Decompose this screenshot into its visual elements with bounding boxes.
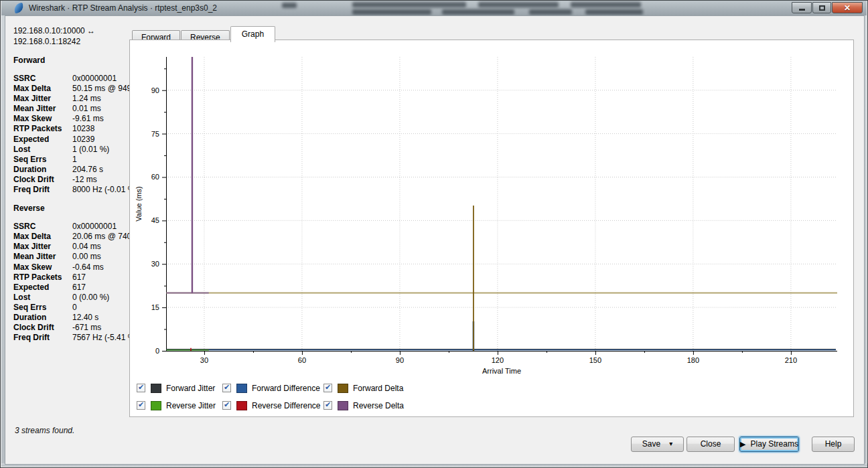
legend-color-swatch [151,384,161,393]
stat-label: Max Jitter [13,94,72,104]
stat-row: SSRC0x00000001 [13,222,131,232]
stat-value: 7567 Hz (-5.41 %) [72,333,137,343]
stat-value: 1.24 ms [72,94,101,104]
rtp-stream-analysis-window: Wireshark · RTP Stream Analysis · rtptes… [0,0,868,468]
legend-checkbox[interactable] [137,401,145,410]
svg-text:90: 90 [396,356,404,364]
legend-label: Forward Jitter [166,384,215,393]
rtp-graph[interactable]: 0153045607590306090120150180210Value (ms… [130,40,853,416]
stat-value: 0.04 ms [72,242,101,252]
background-window-artifact [585,9,643,15]
stat-row: Seq Errs0 [13,303,131,313]
maximize-icon [819,5,825,11]
svg-text:90: 90 [151,86,159,94]
legend-checkbox[interactable] [323,401,332,410]
stat-value: 0x00000001 [72,222,117,232]
stat-label: Max Jitter [13,242,72,252]
play-streams-label: Play Streams [751,439,798,449]
stat-label: Clock Drift [13,175,72,185]
stat-label: Max Skew [13,262,72,272]
stat-label: RTP Packets [13,272,72,283]
stat-row: Seq Errs1 [13,155,131,165]
svg-text:30: 30 [200,356,208,364]
stat-value: 10239 [72,135,94,145]
stream-pair-source: 192.168.0.10:10000 ↔ [13,25,131,36]
stat-label: Expected [13,283,72,293]
legend-label: Reverse Delta [353,401,404,410]
stat-row: SSRC0x00000001 [13,74,131,84]
minimize-icon [799,9,805,11]
svg-text:150: 150 [589,356,601,364]
maximize-button[interactable] [812,2,831,13]
stat-row: Max Skew-9.61 ms [13,114,131,124]
stat-label: SSRC [13,74,72,84]
graph-panel: 0153045607590306090120150180210Value (ms… [129,40,854,417]
stat-value: 617 [72,283,86,293]
stat-row: Clock Drift-671 ms [13,323,131,333]
stat-value: -9.61 ms [72,114,104,124]
legend-checkbox[interactable] [323,384,332,392]
stat-row: Freq Drift7567 Hz (-5.41 %) [13,333,131,343]
svg-text:15: 15 [151,303,159,311]
stat-value: -12 ms [72,175,97,185]
background-window-artifact [282,3,297,8]
stat-row: Max Delta20.06 ms @ 740 [13,232,131,242]
stat-label: Duration [13,165,72,175]
dialog-client-area: 192.168.0.10:10000 ↔ 192.168.0.1:18242 F… [5,15,865,465]
stat-row: RTP Packets617 [13,272,131,283]
stream-statistics-sidebar: 192.168.0.10:10000 ↔ 192.168.0.1:18242 F… [13,25,131,343]
stat-value: 0 [72,303,77,313]
legend-checkbox[interactable] [137,384,145,392]
stat-row: Lost1 (0.01 %) [13,145,131,155]
sidebar-sections: ForwardSSRC0x00000001Max Delta50.15 ms @… [13,56,131,343]
stat-value: 1 (0.01 %) [72,145,109,155]
legend-label: Forward Delta [353,384,403,393]
close-window-button[interactable] [832,2,863,13]
help-button-label: Help [825,439,842,449]
tab-bar: ForwardReverseGraph [132,26,276,40]
legend-label: Forward Difference [252,384,320,393]
svg-text:60: 60 [298,356,306,364]
stat-label: Freq Drift [13,185,72,195]
legend-label: Reverse Difference [252,401,321,410]
title-bar[interactable]: Wireshark · RTP Stream Analysis · rtptes… [1,1,867,15]
save-button[interactable]: Save [631,437,684,452]
legend-color-swatch [151,401,161,410]
svg-text:0: 0 [155,347,159,355]
stat-label: SSRC [13,222,72,232]
stat-value: -671 ms [72,323,101,333]
stat-label: Duration [13,313,72,323]
stat-row: Freq Drift8000 Hz (-0.01 %) [13,185,131,195]
stat-row: Max Jitter1.24 ms [13,94,131,104]
stream-pair-destination: 192.168.0.1:18242 [13,36,131,47]
close-button[interactable]: Close [686,437,735,452]
background-window-artifact [352,9,431,15]
stat-value: 1 [72,155,77,165]
streams-found-status: 3 streams found. [15,426,74,435]
wireshark-icon [13,3,25,14]
svg-text:30: 30 [151,260,159,268]
play-streams-button[interactable]: Play Streams [739,437,799,452]
stat-value: -0.64 ms [72,262,104,272]
legend-checkbox[interactable] [222,384,231,392]
legend-label: Reverse Jitter [166,401,216,410]
svg-text:Arrival Time: Arrival Time [482,367,521,375]
sidebar-section-heading: Forward [13,56,131,65]
svg-text:210: 210 [785,356,797,364]
tab-graph[interactable]: Graph [230,26,275,42]
stat-label: Freq Drift [13,333,72,343]
background-window-artifact [352,2,466,7]
legend-checkbox[interactable] [222,401,231,410]
stat-row: Max Skew-0.64 ms [13,262,131,272]
stat-value: 204.76 s [72,165,103,175]
stat-row: Expected10239 [13,135,131,145]
help-button[interactable]: Help [812,437,855,452]
stat-row: Clock Drift-12 ms [13,175,131,185]
stat-value: 12.40 s [72,313,98,323]
stat-value: 8000 Hz (-0.01 %) [72,185,137,195]
minimize-button[interactable] [792,2,812,13]
stat-value: 617 [72,272,86,283]
stat-row: Duration12.40 s [13,313,131,323]
stat-label: Expected [13,135,72,145]
svg-text:Value (ms): Value (ms) [135,186,143,221]
